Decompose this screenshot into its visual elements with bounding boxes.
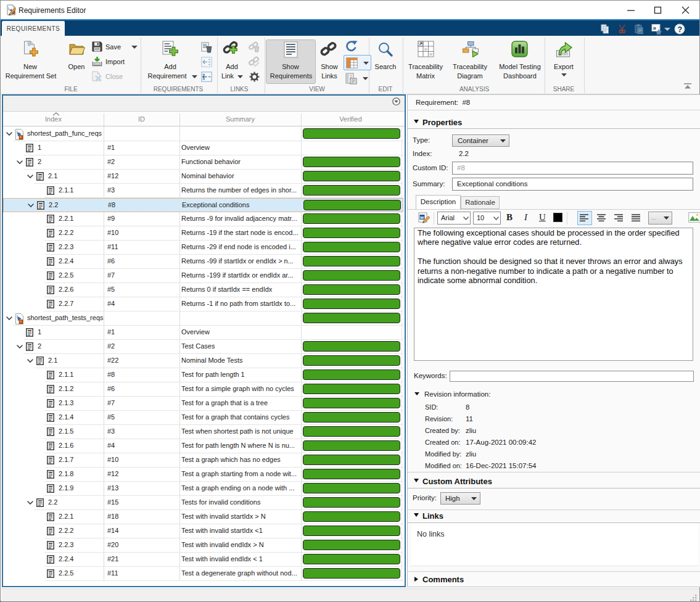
svg-text:»: » (653, 25, 657, 31)
svg-text:?: ? (678, 25, 683, 34)
svg-text:w: w (419, 215, 424, 220)
